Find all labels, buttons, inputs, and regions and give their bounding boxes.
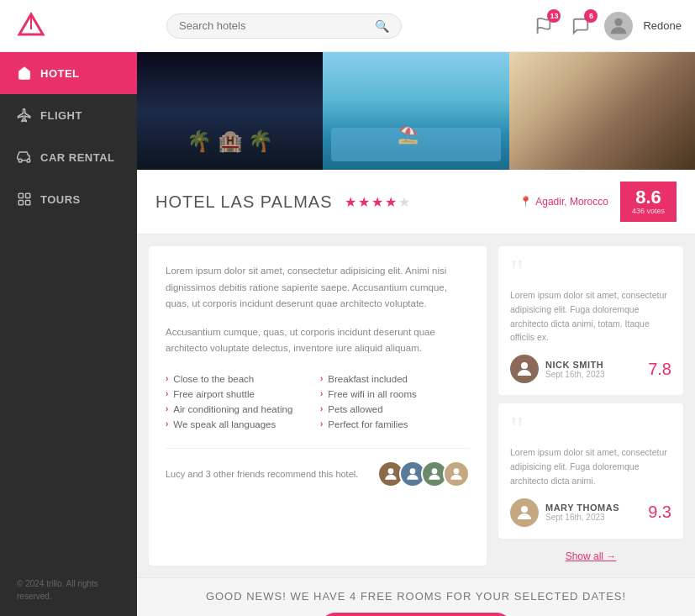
friend-avatar-4 (443, 461, 470, 487)
amenity-label: Close to the beach (173, 374, 254, 384)
sidebar-item-car-rental-label: CAR RENTAL (40, 151, 115, 164)
sidebar-item-flight[interactable]: FLIGHT (0, 94, 137, 136)
svg-point-10 (388, 468, 394, 474)
avatar[interactable] (604, 12, 633, 40)
sidebar-item-tours-label: TOURS (40, 193, 81, 206)
chevron-icon: › (320, 389, 323, 398)
amenity-label: Breakfast included (328, 374, 408, 384)
sidebar-item-hotel-label: HOTEL (40, 67, 80, 80)
amenity-item: › Breakfast included (320, 374, 470, 384)
sidebar-item-flight-label: FLIGHT (40, 109, 82, 122)
friends-row: Lucy and 3 other friends recommend this … (166, 448, 470, 487)
amenity-item: › Perfect for families (320, 419, 470, 429)
right-panel: " Lorem ipsum dolor sit amet, consectetu… (498, 246, 683, 566)
username-label: Redone (643, 19, 682, 32)
nav-right: 13 6 Redone (530, 12, 682, 40)
review-score-1: 7.8 (648, 360, 671, 379)
amenity-label: We speak all languages (173, 419, 276, 429)
bottom-bar: GOOD NEWS! WE HAVE 4 FREE ROOMS FOR YOUR… (137, 577, 695, 616)
chevron-icon: › (166, 389, 168, 398)
svg-rect-8 (18, 201, 23, 205)
hero-image-2 (323, 52, 508, 170)
review-card-1: " Lorem ipsum dolor sit amet, consectetu… (498, 246, 683, 395)
amenity-label: Perfect for families (328, 419, 408, 429)
amenity-item: › Pets allowed (320, 404, 470, 414)
svg-point-14 (521, 362, 528, 369)
messages-badge: 6 (584, 9, 598, 23)
star-rating: ★ ★ ★ ★ ★ (345, 194, 410, 210)
top-navigation: 🔍 13 6 Redone (0, 0, 695, 52)
chevron-icon: › (320, 404, 323, 413)
rating-badge: 8.6 436 votes (620, 182, 677, 222)
hero-image-1 (137, 52, 323, 170)
rating-votes: 436 votes (632, 207, 665, 215)
reviewer-name-1: NICK SMITH (545, 360, 641, 370)
left-panel: Lorem ipsum dolor sit amet, consectetur … (149, 246, 487, 566)
svg-point-13 (454, 468, 460, 474)
description-paragraph-2: Accusantium cumque, quas, ut corporis in… (166, 324, 470, 357)
amenity-item: › Air conditioning and heating (166, 404, 315, 414)
notifications-button[interactable]: 13 (530, 13, 557, 39)
reviewer-info-2: MARY THOMAS Sept 16th, 2023 (545, 503, 641, 522)
friends-text: Lucy and 3 other friends recommend this … (166, 469, 369, 479)
svg-point-11 (410, 468, 416, 474)
amenities-grid: › Close to the beach › Breakfast include… (166, 374, 470, 429)
svg-point-4 (18, 159, 22, 162)
show-all-link[interactable]: Show all → (498, 547, 683, 566)
hotel-name: HOTEL LAS PALMAS (155, 192, 333, 212)
hero-image-3 (509, 52, 695, 170)
notification-badge: 13 (547, 9, 561, 23)
amenity-item: › We speak all languages (166, 419, 315, 429)
messages-button[interactable]: 6 (567, 13, 594, 39)
sidebar-item-car-rental[interactable]: CAR RENTAL (0, 136, 137, 178)
svg-rect-7 (26, 193, 30, 197)
amenity-item: › Free wifi in all rooms (320, 389, 470, 399)
quote-mark-icon: " (510, 258, 671, 285)
main-area: HOTEL FLIGHT CAR RENTAL TOURS (0, 52, 695, 616)
svg-point-3 (615, 18, 623, 25)
rating-number: 8.6 (635, 188, 661, 207)
reviewer-row-2: MARY THOMAS Sept 16th, 2023 9.3 (510, 498, 671, 527)
chevron-icon: › (166, 374, 168, 383)
amenity-label: Air conditioning and heating (173, 404, 292, 414)
reviewer-avatar-1 (510, 355, 539, 383)
friends-avatars (377, 461, 470, 487)
amenity-item: › Close to the beach (166, 374, 315, 384)
chevron-icon: › (320, 374, 323, 383)
reviewer-row-1: NICK SMITH Sept 16th, 2023 7.8 (510, 355, 671, 383)
hotel-header: HOTEL LAS PALMAS ★ ★ ★ ★ ★ 📍 Agadir, Mor… (137, 170, 695, 234)
svg-point-12 (432, 468, 438, 474)
good-news-text: GOOD NEWS! WE HAVE 4 FREE ROOMS FOR YOUR… (206, 590, 626, 603)
review-text-1: Lorem ipsum dolor sit amet, consectetur … (510, 288, 671, 345)
quote-mark-icon: " (510, 415, 671, 442)
sidebar-item-hotel[interactable]: HOTEL (0, 52, 137, 94)
search-bar[interactable]: 🔍 (166, 13, 402, 39)
svg-rect-6 (18, 193, 23, 197)
hero-images (137, 52, 695, 170)
logo[interactable] (13, 8, 49, 44)
chevron-icon: › (166, 419, 168, 429)
description-paragraph-1: Lorem ipsum dolor sit amet, consectetur … (166, 263, 470, 313)
content-area: HOTEL LAS PALMAS ★ ★ ★ ★ ★ 📍 Agadir, Mor… (137, 52, 695, 616)
book-now-button[interactable]: BOOK NOW (319, 613, 513, 616)
review-score-2: 9.3 (648, 503, 671, 522)
sidebar-item-tours[interactable]: TOURS (0, 178, 137, 220)
sidebar-footer: © 2024 trillo. All rights reserved. (0, 564, 137, 616)
amenity-label: Free wifi in all rooms (328, 389, 416, 399)
location-pin-icon: 📍 (519, 196, 532, 208)
amenity-label: Pets allowed (328, 404, 382, 414)
reviewer-date-2: Sept 16th, 2023 (545, 513, 641, 522)
search-input[interactable] (179, 19, 375, 32)
amenity-label: Free airport shuttle (173, 389, 255, 399)
location-link[interactable]: 📍 Agadir, Morocco (519, 196, 608, 208)
reviewer-date-1: Sept 16th, 2023 (545, 370, 641, 379)
reviewer-avatar-2 (510, 498, 539, 527)
review-card-2: " Lorem ipsum dolor sit amet, consectetu… (498, 403, 683, 538)
hotel-body: Lorem ipsum dolor sit amet, consectetur … (137, 234, 695, 577)
amenity-item: › Free airport shuttle (166, 389, 315, 399)
reviewer-info-1: NICK SMITH Sept 16th, 2023 (545, 360, 641, 379)
location-text: Agadir, Morocco (535, 196, 608, 208)
svg-rect-9 (26, 201, 30, 205)
search-icon[interactable]: 🔍 (375, 19, 389, 33)
sidebar: HOTEL FLIGHT CAR RENTAL TOURS (0, 52, 137, 616)
